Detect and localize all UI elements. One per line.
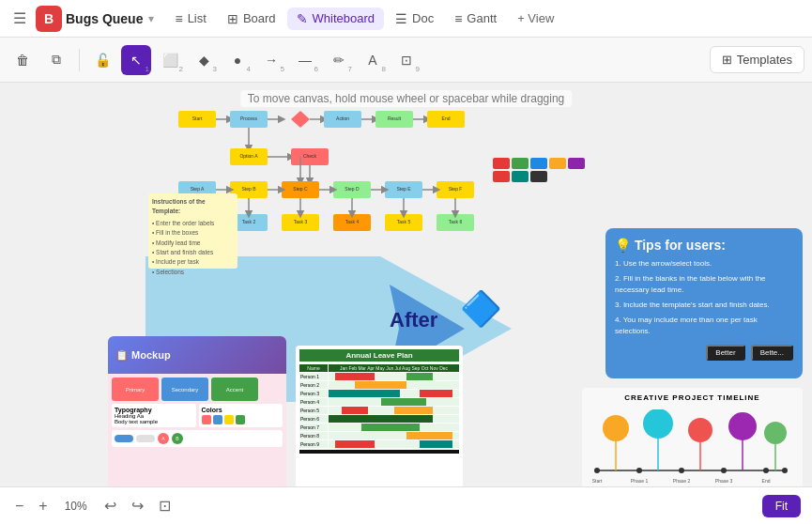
bs-card-3: Accent: [211, 378, 258, 401]
svg-point-64: [679, 468, 684, 473]
nav-toggle-btn[interactable]: ☰: [8, 6, 32, 31]
canvas-area[interactable]: To move canvas, hold mouse wheel or spac…: [0, 83, 812, 524]
svg-text:Task 6: Task 6: [449, 219, 463, 224]
bs-body: Primary Secondary Accent Typography Head…: [108, 374, 286, 496]
redo-btn[interactable]: ↪: [128, 495, 147, 516]
tips-buttons: Better Bette...: [615, 345, 793, 361]
image-tool-btn[interactable]: ⊡ 9: [391, 45, 421, 75]
instructions-sticky[interactable]: Instructions of the Template: • Enter th…: [148, 193, 237, 269]
al-row-7: Person 7: [299, 424, 459, 431]
shape-icon: ◆: [199, 53, 209, 68]
topbar: ☰ B Bugs Queue ▾ ≡ List ⊞ Board ✎ Whiteb…: [0, 0, 812, 38]
svg-point-75: [728, 412, 757, 440]
shape-badge: 3: [213, 66, 217, 73]
tips-btn-2[interactable]: Bette...: [751, 345, 793, 361]
zoom-out-btn[interactable]: −: [11, 496, 27, 516]
lock-icon: 🔓: [95, 53, 111, 68]
svg-point-62: [594, 468, 600, 473]
tips-box: 💡 Tips for users: 1. Use the arrow/selec…: [605, 228, 803, 378]
pen-badge: 7: [348, 66, 352, 73]
instructions-title: Instructions of the Template:: [152, 197, 234, 217]
text-tool-btn[interactable]: A 8: [358, 45, 388, 75]
after-label: After: [390, 308, 437, 332]
tab-list-label: List: [188, 11, 207, 25]
tab-gantt[interactable]: ≡ Gantt: [445, 8, 506, 30]
bs-colors: Colors: [199, 404, 283, 427]
templates-btn[interactable]: ⊞ Templates: [710, 46, 804, 73]
pen-tool-btn[interactable]: ✏ 7: [324, 45, 354, 75]
bs-header: 📋 Mockup: [108, 336, 286, 374]
bs-card-1: Primary: [112, 378, 159, 401]
al-row-3: Person 3: [299, 390, 459, 397]
bs-logo: 📋 Mockup: [115, 349, 171, 362]
colored-blocks: [493, 158, 587, 182]
svg-point-63: [636, 468, 642, 473]
fit-btn[interactable]: Fit: [762, 495, 801, 517]
tab-board-label: Board: [243, 11, 276, 25]
bs-typography: Typography Heading Aa Body text sample: [112, 404, 196, 427]
whiteboard-tab-icon: ✎: [297, 11, 308, 26]
menu-icon: ☰: [13, 10, 26, 26]
text-badge: 8: [382, 66, 386, 73]
cursor-tool-btn[interactable]: ↖ 1: [121, 45, 151, 75]
board-tab-icon: ⊞: [227, 11, 238, 26]
delete-btn[interactable]: 🗑: [8, 45, 38, 75]
project-icon: B: [36, 6, 62, 32]
circle-icon: ●: [234, 53, 241, 68]
zoom-in-btn[interactable]: +: [35, 496, 51, 516]
svg-point-73: [688, 418, 712, 442]
line-tool-btn[interactable]: — 6: [290, 45, 320, 75]
al-row-2: Person 2: [299, 381, 459, 389]
svg-text:Step A: Step A: [191, 186, 205, 192]
tab-whiteboard-label: Whiteboard: [313, 11, 375, 25]
list-tab-icon: ≡: [175, 11, 182, 26]
tips-point-2: 2. Fill in the blanks in the table below…: [615, 273, 793, 296]
tips-btn-1[interactable]: Better: [706, 345, 744, 361]
tab-whiteboard[interactable]: ✎ Whiteboard: [287, 8, 384, 30]
action-tools: 🗑 ⧉: [8, 45, 71, 75]
svg-text:Task 3: Task 3: [294, 219, 308, 224]
svg-text:Step C: Step C: [293, 186, 308, 192]
tab-list[interactable]: ≡ List: [165, 8, 215, 30]
project-chevron[interactable]: ▾: [148, 12, 154, 25]
tab-doc[interactable]: ☰ Doc: [386, 8, 443, 30]
svg-point-65: [721, 468, 727, 473]
duplicate-btn[interactable]: ⧉: [41, 45, 71, 75]
add-view-btn[interactable]: + View: [510, 8, 561, 29]
undo-btn[interactable]: ↩: [100, 495, 120, 516]
svg-marker-6: [291, 111, 310, 128]
bs-card-2: Secondary: [161, 378, 208, 401]
svg-text:Step F: Step F: [449, 186, 463, 192]
svg-text:Task 2: Task 2: [242, 219, 256, 224]
tab-gantt-label: Gantt: [467, 11, 497, 25]
text-icon: A: [368, 53, 376, 68]
image-badge: 9: [416, 66, 420, 73]
al-row-5: Person 5: [299, 407, 459, 414]
creative-timeline-svg: Start Phase 1 Phase 2 Phase 3 End: [588, 409, 794, 494]
tips-point-1: 1. Use the arrow/select tools.: [615, 258, 793, 270]
svg-text:Task 5: Task 5: [397, 219, 411, 224]
fit-icon-btn[interactable]: ⊡: [155, 495, 175, 516]
pen-icon: ✏: [333, 53, 345, 68]
circle-tool-btn[interactable]: ● 4: [222, 45, 253, 75]
arrow-badge: 5: [281, 66, 284, 73]
project-name: Bugs Queue: [66, 11, 143, 26]
svg-text:Check: Check: [303, 153, 317, 159]
svg-text:Phase 3: Phase 3: [715, 478, 733, 484]
svg-text:Action: Action: [336, 116, 349, 121]
lock-btn[interactable]: 🔓: [87, 45, 117, 75]
al-row-8: Person 8: [299, 432, 459, 439]
frame-tool-btn[interactable]: ⬜ 2: [155, 45, 185, 75]
svg-text:Task 4: Task 4: [345, 219, 360, 224]
svg-text:Step D: Step D: [345, 186, 360, 192]
shape-tool-btn[interactable]: ◆ 3: [189, 45, 219, 75]
svg-text:Start: Start: [192, 116, 203, 121]
frame-icon: ⬜: [162, 53, 178, 68]
frame-badge: 2: [179, 66, 183, 73]
draw-tools: 🔓 ↖ 1 ⬜ 2 ◆ 3 ● 4 → 5 — 6 ✏ 7: [87, 45, 421, 75]
clickup-icon: 🔷: [460, 289, 502, 329]
tab-board[interactable]: ⊞ Board: [218, 8, 285, 30]
doc-tab-icon: ☰: [395, 11, 407, 26]
svg-point-77: [764, 422, 787, 444]
arrow-tool-btn[interactable]: → 5: [256, 45, 286, 75]
